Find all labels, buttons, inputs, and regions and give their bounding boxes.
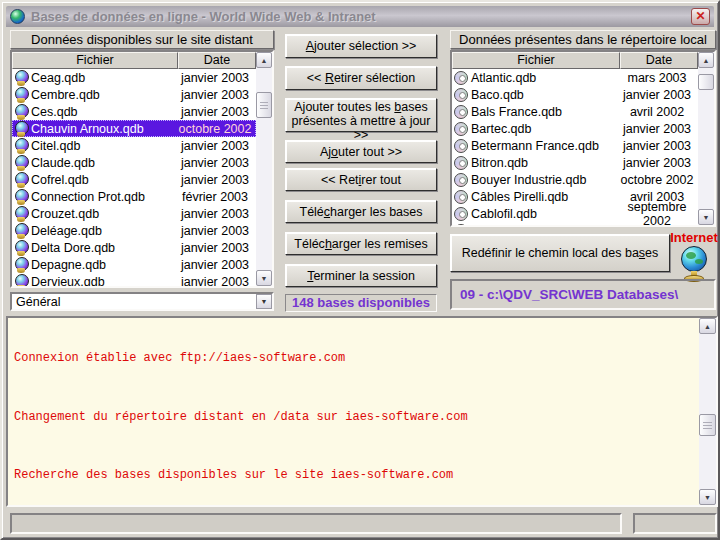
add-all-present-button[interactable]: Ajouter toutes les bases présentes à met… bbox=[285, 98, 437, 132]
download-bases-button[interactable]: Télécharger les bases bbox=[285, 200, 437, 223]
list-row[interactable]: Connection Prot.qdb février 2003 bbox=[12, 188, 256, 205]
file-date: janvier 2003 bbox=[174, 173, 256, 187]
list-row[interactable]: Baco.qdb janvier 2003 bbox=[452, 86, 698, 103]
remove-selection-button[interactable]: << Retirer sélection bbox=[285, 66, 437, 90]
list-row[interactable]: Bouyer Industrie.qdb octobre 2002 bbox=[452, 171, 698, 188]
file-date: avril 2002 bbox=[616, 105, 698, 119]
file-date: janvier 2003 bbox=[174, 156, 256, 170]
internet-indicator: Internet bbox=[670, 230, 718, 282]
column-header-fichier[interactable]: Fichier bbox=[452, 52, 620, 69]
file-name: Citel.qdb bbox=[28, 139, 174, 153]
file-date: janvier 2003 bbox=[174, 241, 256, 255]
window-title: Bases de données en ligne - World Wide W… bbox=[31, 9, 691, 24]
file-name: Bals France.qdb bbox=[468, 105, 616, 119]
file-date: septembre 2002 bbox=[616, 200, 698, 226]
scroll-thumb[interactable] bbox=[698, 74, 714, 90]
log-line: Recherche des bases disponibles sur le s… bbox=[14, 468, 699, 483]
file-name: Bouyer Industrie.qdb bbox=[468, 173, 616, 187]
database-globe-icon bbox=[14, 189, 28, 205]
database-globe-icon bbox=[14, 274, 28, 287]
title-bar[interactable]: Bases de données en ligne - World Wide W… bbox=[6, 6, 714, 27]
list-row[interactable]: Chauvin Arnoux.qdb octobre 2002 bbox=[12, 120, 256, 137]
log-console[interactable]: Connexion établie avec ftp://iaes-softwa… bbox=[6, 316, 718, 507]
file-date: janvier 2003 bbox=[174, 258, 256, 272]
cd-disc-icon bbox=[454, 190, 468, 204]
console-scrollbar[interactable]: ▲ ▼ bbox=[699, 318, 716, 505]
file-date: octobre 2002 bbox=[174, 122, 256, 136]
remote-list-body: Ceag.qdb janvier 2003 Cembre.qdb janvier… bbox=[12, 69, 256, 286]
column-header-fichier[interactable]: Fichier bbox=[12, 52, 178, 69]
end-session-button[interactable]: Terminer la session bbox=[285, 264, 437, 287]
local-file-list[interactable]: Fichier Date Atlantic.qdb mars 2003 Baco… bbox=[450, 50, 716, 227]
scroll-up-icon[interactable]: ▲ bbox=[256, 52, 272, 68]
cd-disc-icon bbox=[454, 71, 468, 85]
scroll-up-icon[interactable]: ▲ bbox=[698, 52, 714, 68]
cd-disc-icon bbox=[454, 207, 468, 221]
file-date: janvier 2003 bbox=[174, 105, 256, 119]
scroll-thumb[interactable] bbox=[256, 92, 272, 118]
file-name: Claude.qdb bbox=[28, 156, 174, 170]
file-name: Crouzet.qdb bbox=[28, 207, 174, 221]
scroll-down-icon[interactable]: ▼ bbox=[699, 489, 716, 505]
list-row[interactable]: Cofrel.qdb janvier 2003 bbox=[12, 171, 256, 188]
list-row[interactable]: Claude.qdb janvier 2003 bbox=[12, 154, 256, 171]
remote-list-scrollbar[interactable]: ▲ ▼ bbox=[256, 52, 272, 286]
database-globe-icon bbox=[14, 104, 28, 120]
list-row[interactable]: Bals France.qdb avril 2002 bbox=[452, 103, 698, 120]
file-date: janvier 2003 bbox=[174, 224, 256, 238]
column-header-date[interactable]: Date bbox=[178, 52, 256, 69]
list-row[interactable]: Cablofil.qdb septembre 2002 bbox=[452, 205, 698, 222]
list-row[interactable]: Bartec.qdb janvier 2003 bbox=[452, 120, 698, 137]
local-list-scrollbar[interactable]: ▲ ▼ bbox=[698, 52, 714, 225]
download-discounts-button[interactable]: Télécharger les remises bbox=[285, 232, 437, 255]
file-date: janvier 2003 bbox=[174, 88, 256, 102]
add-selection-button[interactable]: Ajouter sélection >> bbox=[285, 34, 437, 58]
file-date: janvier 2003 bbox=[174, 139, 256, 153]
database-globe-icon bbox=[14, 155, 28, 171]
status-panel bbox=[10, 513, 622, 534]
redefine-local-path-button[interactable]: Redéfinir le chemin local des bases bbox=[450, 234, 670, 272]
column-header-date[interactable]: Date bbox=[620, 52, 698, 69]
close-button[interactable]: ✕ bbox=[691, 8, 710, 25]
scroll-thumb[interactable] bbox=[699, 414, 716, 436]
chevron-down-icon[interactable]: ▼ bbox=[256, 294, 272, 309]
internet-label: Internet bbox=[670, 230, 718, 245]
database-globe-icon bbox=[14, 257, 28, 273]
scroll-down-icon[interactable]: ▼ bbox=[698, 209, 714, 225]
app-window: Bases de données en ligne - World Wide W… bbox=[0, 0, 720, 540]
list-row[interactable]: Deléage.qdb janvier 2003 bbox=[12, 222, 256, 239]
list-row[interactable]: Ceag.qdb janvier 2003 bbox=[12, 69, 256, 86]
category-dropdown[interactable]: Général ▼ bbox=[10, 292, 274, 311]
list-row[interactable]: Delta Dore.qdb janvier 2003 bbox=[12, 239, 256, 256]
file-date: janvier 2003 bbox=[174, 207, 256, 221]
list-row[interactable]: Cembre.qdb janvier 2003 bbox=[12, 86, 256, 103]
list-row[interactable]: Crouzet.qdb janvier 2003 bbox=[12, 205, 256, 222]
remove-all-button[interactable]: << Retirer tout bbox=[285, 168, 437, 191]
list-row[interactable]: Atlantic.qdb mars 2003 bbox=[452, 69, 698, 86]
add-all-button[interactable]: Ajouter tout >> bbox=[285, 140, 437, 163]
database-globe-icon bbox=[14, 206, 28, 222]
list-row[interactable]: Dervieux.qdb janvier 2003 bbox=[12, 273, 256, 286]
scroll-up-icon[interactable]: ▲ bbox=[699, 318, 716, 334]
log-lines: Connexion établie avec ftp://iaes-softwa… bbox=[8, 318, 699, 505]
file-date: janvier 2003 bbox=[174, 275, 256, 287]
file-name: Atlantic.qdb bbox=[468, 71, 616, 85]
cd-disc-icon bbox=[454, 224, 468, 226]
list-row[interactable]: Betermann France.qdb janvier 2003 bbox=[452, 137, 698, 154]
file-date: janvier 2003 bbox=[616, 139, 698, 153]
file-date: mars 2003 bbox=[616, 71, 698, 85]
scroll-down-icon[interactable]: ▼ bbox=[256, 270, 272, 286]
list-row[interactable]: Ces.qdb janvier 2003 bbox=[12, 103, 256, 120]
list-row[interactable]: Bitron.qdb janvier 2003 bbox=[452, 154, 698, 171]
list-row[interactable]: Depagne.qdb janvier 2003 bbox=[12, 256, 256, 273]
local-path-value: 09 - c:\QDV_SRC\WEB Databases\ bbox=[460, 287, 678, 302]
cd-disc-icon bbox=[454, 156, 468, 170]
log-line: Connexion établie avec ftp://iaes-softwa… bbox=[14, 351, 699, 366]
file-date: février 2003 bbox=[174, 190, 256, 204]
list-row[interactable]: Citel.qdb janvier 2003 bbox=[12, 137, 256, 154]
file-date: janvier 2003 bbox=[616, 156, 698, 170]
remote-file-list[interactable]: Fichier Date Ceag.qdb janvier 2003 Cembr… bbox=[10, 50, 274, 288]
file-name: Betermann France.qdb bbox=[468, 139, 616, 153]
local-path-panel: 09 - c:\QDV_SRC\WEB Databases\ bbox=[450, 279, 716, 310]
internet-globe-icon bbox=[678, 246, 710, 282]
